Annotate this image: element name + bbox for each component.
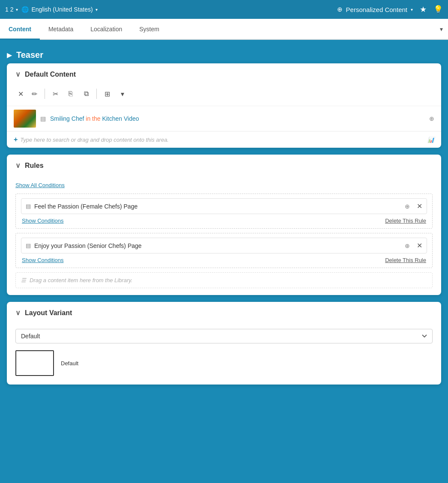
default-content-header: ∨ Default Content <box>7 63 441 85</box>
content-item-nav-icon[interactable]: ⊕ <box>429 115 434 122</box>
toolbar-divider-2 <box>96 89 97 99</box>
default-content-panel: ∨ Default Content ✕ ✏ ✂ ⎘ ⧉ ⊞ ▾ ▤ Smilin… <box>7 63 441 148</box>
language-selector[interactable]: 🌐 English (United States) ▾ <box>21 6 97 13</box>
add-content-icon[interactable]: + <box>14 136 18 143</box>
close-toolbar-button[interactable]: ✕ <box>14 87 27 101</box>
rule-2-name: Enjoy your Passion (Senior Chefs) Page <box>34 242 401 249</box>
rule-1-close-icon[interactable]: ✕ <box>417 202 422 210</box>
layout-variant-collapse-icon[interactable]: ∨ <box>15 309 21 317</box>
content-item-type-icon: ▤ <box>40 115 46 122</box>
content-toolbar: ✕ ✏ ✂ ⎘ ⧉ ⊞ ▾ <box>7 85 441 106</box>
help-button[interactable]: 💡 <box>433 5 443 14</box>
add-content-placeholder[interactable]: Type here to search or drag and drop con… <box>20 137 169 143</box>
favorites-button[interactable]: ★ <box>420 5 427 14</box>
main-content: ▶ Teaser ∨ Default Content ✕ ✏ ✂ ⎘ ⧉ ⊞ ▾… <box>0 40 448 398</box>
layout-variant-title: Layout Variant <box>25 309 72 317</box>
rule-1-block: ▤ Feel the Passion (Female Chefs) Page ⊕… <box>15 194 433 229</box>
layout-preview-row: Default <box>15 350 433 376</box>
edit-toolbar-button[interactable]: ✏ <box>27 87 41 101</box>
drag-icon: ☰ <box>21 277 26 283</box>
drag-placeholder: Drag a content item here from the Librar… <box>30 277 132 283</box>
default-content-collapse-icon[interactable]: ∨ <box>15 70 21 78</box>
teaser-expand-icon[interactable]: ▶ <box>7 51 12 59</box>
rules-header: ∨ Rules <box>7 155 441 176</box>
item-number-chevron-icon: ▾ <box>16 7 18 12</box>
layout-variant-panel: ∨ Layout Variant Default Default <box>7 302 441 385</box>
teaser-title: Teaser <box>16 50 43 60</box>
item-number-selector[interactable]: 1 2 ▾ <box>5 6 18 13</box>
language-label: English (United States) <box>31 6 93 13</box>
drag-content-row: ☰ Drag a content item here from the Libr… <box>15 272 433 288</box>
rules-collapse-icon[interactable]: ∨ <box>15 161 21 170</box>
rule-2-type-icon: ▤ <box>26 242 31 249</box>
rule-2-close-icon[interactable]: ✕ <box>417 242 422 250</box>
more-toolbar-button[interactable]: ▾ <box>116 87 129 101</box>
topbar: 1 2 ▾ 🌐 English (United States) ▾ ⊕ Pers… <box>0 0 448 19</box>
rule-1-item-row: ▤ Feel the Passion (Female Chefs) Page ⊕… <box>21 198 427 214</box>
content-item-chef-video: ▤ Smiling Chef in the Kitchen Video ⊕ <box>7 106 441 131</box>
rule-1-name: Feel the Passion (Female Chefs) Page <box>34 203 401 210</box>
rule-1-type-icon: ▤ <box>26 203 31 209</box>
paste-toolbar-button[interactable]: ⧉ <box>79 87 93 101</box>
item-number-label: 1 2 <box>5 6 13 13</box>
show-all-conditions-link[interactable]: Show All Conditions <box>15 182 65 188</box>
toolbar-group: ✕ ✏ <box>14 87 41 101</box>
layout-preview-label: Default <box>61 360 78 367</box>
rule-1-nav-icon[interactable]: ⊕ <box>405 203 410 210</box>
insert-toolbar-button[interactable]: ⊞ <box>100 87 114 101</box>
tabbar: Content Metadata Localization System ▾ <box>0 19 448 40</box>
content-item-name: Smiling Chef in the Kitchen Video <box>50 115 425 122</box>
cut-toolbar-button[interactable]: ✂ <box>48 87 62 101</box>
add-content-row: + Type here to search or drag and drop c… <box>7 131 441 148</box>
rule-2-delete-link[interactable]: Delete This Rule <box>385 257 426 263</box>
language-chevron-icon: ▾ <box>96 7 98 12</box>
personalized-content-chevron-icon: ▾ <box>411 7 413 12</box>
layout-panel-body: Default Default <box>7 324 441 385</box>
copy-toolbar-button[interactable]: ⎘ <box>64 87 78 101</box>
tab-localization[interactable]: Localization <box>82 19 131 40</box>
rules-panel: ∨ Rules Show All Conditions ▤ Feel the P… <box>7 155 441 295</box>
topbar-left: 1 2 ▾ 🌐 English (United States) ▾ <box>5 6 98 13</box>
rules-panel-body: Show All Conditions ▤ Feel the Passion (… <box>7 176 441 295</box>
rule-1-delete-link[interactable]: Delete This Rule <box>385 218 426 224</box>
layout-variant-header: ∨ Layout Variant <box>7 302 441 324</box>
layout-variant-select[interactable]: Default <box>15 329 433 343</box>
rule-1-footer: Show Conditions Delete This Rule <box>21 218 427 224</box>
rule-2-nav-icon[interactable]: ⊕ <box>405 242 410 249</box>
personalized-content-label: Personalized Content <box>346 6 407 13</box>
personalized-content-icon: ⊕ <box>337 6 343 13</box>
thumbnail-image <box>14 110 36 128</box>
tab-dropdown-button[interactable]: ▾ <box>435 19 448 39</box>
content-thumbnail <box>14 110 36 128</box>
default-content-title: Default Content <box>25 71 76 78</box>
personalized-content-selector[interactable]: ⊕ Personalized Content ▾ <box>337 6 413 13</box>
rule-2-block: ▤ Enjoy your Passion (Senior Chefs) Page… <box>15 233 433 268</box>
globe-icon: 🌐 <box>21 6 29 13</box>
tab-content[interactable]: Content <box>0 19 40 40</box>
rules-title: Rules <box>25 162 44 170</box>
teaser-section: ▶ Teaser <box>7 47 441 63</box>
layout-preview-thumbnail <box>15 350 54 376</box>
topbar-right: ⊕ Personalized Content ▾ ★ 💡 <box>337 5 443 14</box>
rule-2-show-conditions-link[interactable]: Show Conditions <box>22 257 64 263</box>
tab-metadata[interactable]: Metadata <box>40 19 82 40</box>
rule-2-footer: Show Conditions Delete This Rule <box>21 257 427 263</box>
rule-1-show-conditions-link[interactable]: Show Conditions <box>22 218 64 224</box>
tab-system[interactable]: System <box>131 19 168 40</box>
content-stats-icon: 📊 <box>427 137 434 143</box>
rule-2-item-row: ▤ Enjoy your Passion (Senior Chefs) Page… <box>21 238 427 253</box>
toolbar-divider-1 <box>45 89 45 99</box>
